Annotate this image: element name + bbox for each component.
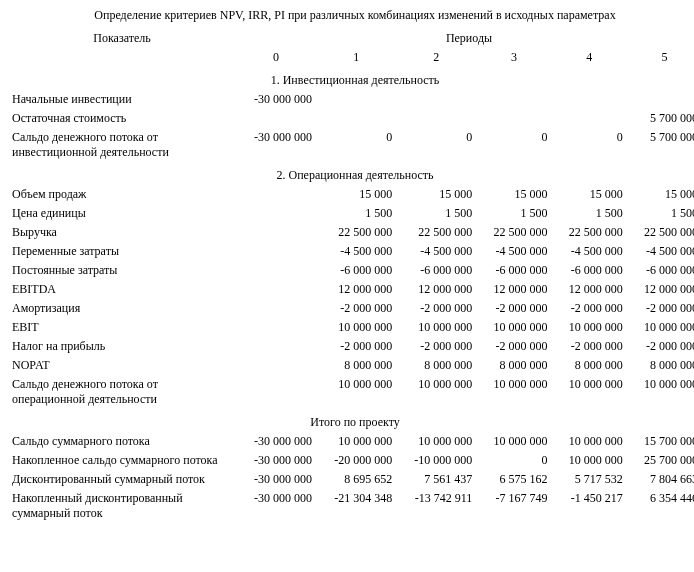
row-value: 15 000: [316, 185, 396, 204]
row-value: -13 742 911: [396, 489, 476, 523]
row-value: [236, 280, 316, 299]
row-value: [236, 375, 316, 409]
col-3: 3: [476, 48, 551, 67]
row-value: 10 000 000: [552, 318, 627, 337]
row-value: 8 000 000: [476, 356, 551, 375]
row-label: Выручка: [8, 223, 236, 242]
row-value: 10 000 000: [476, 318, 551, 337]
row-value: -21 304 348: [316, 489, 396, 523]
row-value: -6 000 000: [316, 261, 396, 280]
table-row: Цена единицы1 5001 5001 5001 5001 500: [8, 204, 694, 223]
row-value: 12 000 000: [552, 280, 627, 299]
row-value: 0: [476, 128, 551, 162]
row-value: 8 000 000: [552, 356, 627, 375]
row-label: Накопленный дисконтированный суммарный п…: [8, 489, 236, 523]
row-value: 10 000 000: [476, 375, 551, 409]
row-value: 22 500 000: [552, 223, 627, 242]
row-value: -4 500 000: [316, 242, 396, 261]
row-label: NOPAT: [8, 356, 236, 375]
table-title: Определение критериев NPV, IRR, PI при р…: [8, 8, 694, 23]
table-row: EBITDA12 000 00012 000 00012 000 00012 0…: [8, 280, 694, 299]
row-value: 10 000 000: [627, 375, 694, 409]
row-value: 15 000: [552, 185, 627, 204]
row-label: Дисконтированный суммарный поток: [8, 470, 236, 489]
table-row: Выручка22 500 00022 500 00022 500 00022 …: [8, 223, 694, 242]
row-value: 0: [316, 128, 396, 162]
row-value: 12 000 000: [476, 280, 551, 299]
row-value: -30 000 000: [236, 489, 316, 523]
row-value: 6 354 446: [627, 489, 694, 523]
row-value: [236, 318, 316, 337]
row-value: 12 000 000: [396, 280, 476, 299]
row-value: 1 500: [476, 204, 551, 223]
row-value: 1 500: [396, 204, 476, 223]
row-value: -2 000 000: [627, 337, 694, 356]
row-value: [476, 90, 551, 109]
row-value: -2 000 000: [627, 299, 694, 318]
row-value: 0: [396, 128, 476, 162]
row-label: Объем продаж: [8, 185, 236, 204]
financial-table: Показатель Периоды 0 1 2 3 4 5 1. Инвест…: [8, 29, 694, 523]
row-value: 22 500 000: [396, 223, 476, 242]
row-label: Начальные инвестиции: [8, 90, 236, 109]
col-2: 2: [396, 48, 476, 67]
row-value: 8 000 000: [396, 356, 476, 375]
row-value: 22 500 000: [316, 223, 396, 242]
row-value: 10 000 000: [316, 375, 396, 409]
row-label: Постоянные затраты: [8, 261, 236, 280]
row-value: 10 000 000: [316, 432, 396, 451]
row-label: Сальдо суммарного потока: [8, 432, 236, 451]
table-row: NOPAT8 000 0008 000 0008 000 0008 000 00…: [8, 356, 694, 375]
row-value: 10 000 000: [396, 432, 476, 451]
row-label: Сальдо денежного потока от инвестиционно…: [8, 128, 236, 162]
row-value: -30 000 000: [236, 432, 316, 451]
row-value: 10 000 000: [476, 432, 551, 451]
row-label: Накопленное сальдо суммарного потока: [8, 451, 236, 470]
table-row: Сальдо суммарного потока-30 000 00010 00…: [8, 432, 694, 451]
row-value: [236, 109, 316, 128]
row-value: -4 500 000: [552, 242, 627, 261]
row-value: -6 000 000: [396, 261, 476, 280]
col-0: 0: [236, 48, 316, 67]
row-value: -4 500 000: [396, 242, 476, 261]
row-value: -2 000 000: [476, 337, 551, 356]
section-title: 2. Операционная деятельность: [8, 162, 694, 185]
row-value: -2 000 000: [396, 299, 476, 318]
row-value: 22 500 000: [627, 223, 694, 242]
row-value: 1 500: [316, 204, 396, 223]
row-label: EBITDA: [8, 280, 236, 299]
col-4: 4: [552, 48, 627, 67]
row-value: 10 000 000: [627, 318, 694, 337]
col-periods: Периоды: [236, 29, 694, 48]
row-value: [236, 185, 316, 204]
row-value: 12 000 000: [316, 280, 396, 299]
row-value: 5 717 532: [552, 470, 627, 489]
row-value: 10 000 000: [552, 375, 627, 409]
table-row: Дисконтированный суммарный поток-30 000 …: [8, 470, 694, 489]
table-row: Остаточная стоимость5 700 000: [8, 109, 694, 128]
row-value: -30 000 000: [236, 90, 316, 109]
row-value: 0: [552, 128, 627, 162]
row-value: [236, 299, 316, 318]
row-value: 8 695 652: [316, 470, 396, 489]
row-value: [236, 261, 316, 280]
row-value: 5 700 000: [627, 109, 694, 128]
row-value: -20 000 000: [316, 451, 396, 470]
row-label: EBIT: [8, 318, 236, 337]
row-value: -1 450 217: [552, 489, 627, 523]
row-value: 10 000 000: [316, 318, 396, 337]
row-value: [476, 109, 551, 128]
row-value: 10 000 000: [552, 432, 627, 451]
row-value: 5 700 000: [627, 128, 694, 162]
row-value: [316, 90, 396, 109]
row-value: [396, 90, 476, 109]
row-value: 7 804 663: [627, 470, 694, 489]
row-value: 6 575 162: [476, 470, 551, 489]
row-label: Налог на прибыль: [8, 337, 236, 356]
col-1: 1: [316, 48, 396, 67]
row-value: 1 500: [627, 204, 694, 223]
row-value: -30 000 000: [236, 128, 316, 162]
table-row: Налог на прибыль-2 000 000-2 000 000-2 0…: [8, 337, 694, 356]
section-title: 1. Инвестиционная деятельность: [8, 67, 694, 90]
row-value: -4 500 000: [627, 242, 694, 261]
